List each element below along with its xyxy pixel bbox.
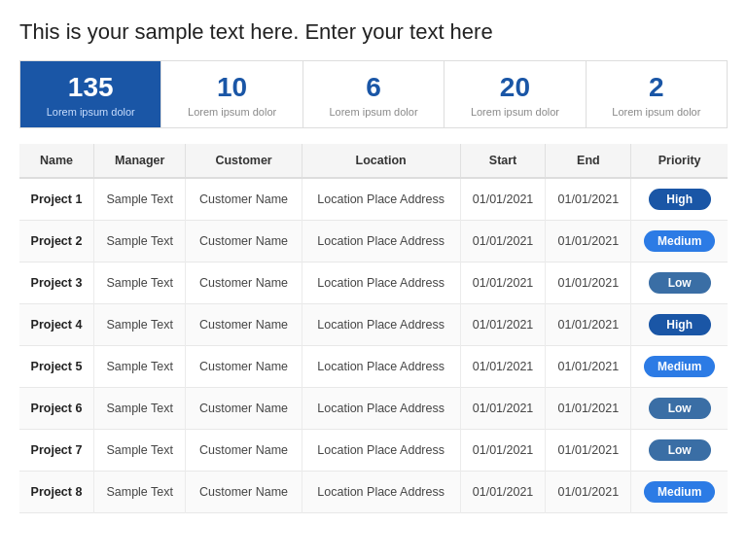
cell-name: Project 1 (19, 178, 94, 221)
cell-name: Project 5 (19, 345, 94, 387)
cell-customer: Customer Name (186, 387, 302, 429)
cell-manager: Sample Text (94, 303, 186, 345)
cell-end: 01/01/2021 (546, 345, 631, 387)
table-row: Project 5Sample TextCustomer NameLocatio… (19, 345, 728, 387)
cell-priority: Low (631, 429, 728, 471)
cell-end: 01/01/2021 (546, 387, 631, 429)
cell-priority: Low (631, 262, 728, 303)
stat-label-1: Lorem ipsum dolor (169, 106, 294, 118)
col-header-customer: Customer (186, 144, 302, 178)
cell-end: 01/01/2021 (546, 220, 631, 262)
table-row: Project 3Sample TextCustomer NameLocatio… (19, 262, 728, 303)
cell-priority: Medium (631, 220, 728, 262)
cell-start: 01/01/2021 (460, 387, 546, 429)
cell-end: 01/01/2021 (546, 429, 631, 471)
priority-badge: Low (649, 439, 711, 461)
table-row: Project 7Sample TextCustomer NameLocatio… (19, 429, 728, 471)
cell-manager: Sample Text (94, 345, 186, 387)
cell-manager: Sample Text (94, 387, 186, 429)
stat-card-2: 6Lorem ipsum dolor (303, 61, 445, 127)
priority-badge: Medium (644, 481, 715, 503)
cell-manager: Sample Text (94, 471, 186, 512)
stat-number-1: 10 (169, 71, 294, 104)
priority-badge: High (649, 314, 711, 335)
stat-number-2: 6 (311, 71, 436, 104)
cell-location: Location Place Address (302, 471, 460, 512)
cell-start: 01/01/2021 (460, 345, 546, 387)
col-header-priority: Priority (631, 144, 728, 178)
stat-card-1: 10Lorem ipsum dolor (161, 61, 302, 127)
cell-customer: Customer Name (186, 303, 302, 345)
cell-start: 01/01/2021 (460, 303, 546, 345)
priority-badge: Low (649, 272, 711, 294)
table-body: Project 1Sample TextCustomer NameLocatio… (19, 178, 728, 513)
cell-end: 01/01/2021 (546, 178, 631, 221)
cell-location: Location Place Address (302, 178, 460, 221)
table-row: Project 1Sample TextCustomer NameLocatio… (19, 178, 728, 221)
stat-card-4: 2Lorem ipsum dolor (587, 61, 727, 127)
col-header-start: Start (460, 144, 546, 178)
stat-card-0: 135Lorem ipsum dolor (20, 61, 161, 127)
cell-location: Location Place Address (302, 220, 460, 262)
cell-location: Location Place Address (302, 429, 460, 471)
cell-customer: Customer Name (186, 429, 302, 471)
col-header-end: End (546, 144, 631, 178)
cell-manager: Sample Text (94, 429, 186, 471)
cell-name: Project 2 (19, 220, 94, 262)
cell-priority: High (631, 303, 728, 345)
col-header-manager: Manager (94, 144, 186, 178)
page-title: This is your sample text here. Enter you… (19, 19, 728, 45)
cell-manager: Sample Text (94, 220, 186, 262)
table-row: Project 8Sample TextCustomer NameLocatio… (19, 471, 728, 512)
priority-badge: Medium (644, 230, 715, 252)
cell-start: 01/01/2021 (460, 262, 546, 303)
priority-badge: Low (649, 398, 711, 419)
cell-name: Project 8 (19, 471, 94, 512)
cell-priority: Medium (631, 345, 728, 387)
cell-priority: High (631, 178, 728, 221)
priority-badge: Medium (644, 356, 715, 377)
cell-start: 01/01/2021 (460, 429, 546, 471)
table-row: Project 6Sample TextCustomer NameLocatio… (19, 387, 728, 429)
cell-location: Location Place Address (302, 387, 460, 429)
cell-customer: Customer Name (186, 345, 302, 387)
cell-location: Location Place Address (302, 303, 460, 345)
stat-number-0: 135 (28, 71, 153, 104)
cell-end: 01/01/2021 (546, 471, 631, 512)
table-row: Project 2Sample TextCustomer NameLocatio… (19, 220, 728, 262)
cell-customer: Customer Name (186, 220, 302, 262)
stat-number-3: 20 (452, 71, 577, 104)
cell-end: 01/01/2021 (546, 262, 631, 303)
cell-name: Project 6 (19, 387, 94, 429)
cell-manager: Sample Text (94, 262, 186, 303)
cell-name: Project 7 (19, 429, 94, 471)
stat-label-0: Lorem ipsum dolor (28, 106, 153, 118)
cell-manager: Sample Text (94, 178, 186, 221)
cell-name: Project 3 (19, 262, 94, 303)
stat-card-3: 20Lorem ipsum dolor (445, 61, 586, 127)
cell-location: Location Place Address (302, 262, 460, 303)
col-header-location: Location (302, 144, 460, 178)
table-header: NameManagerCustomerLocationStartEndPrior… (19, 144, 728, 178)
cell-customer: Customer Name (186, 262, 302, 303)
cell-start: 01/01/2021 (460, 220, 546, 262)
table-header-row: NameManagerCustomerLocationStartEndPrior… (19, 144, 728, 178)
cell-start: 01/01/2021 (460, 471, 546, 512)
cell-customer: Customer Name (186, 471, 302, 512)
cell-name: Project 4 (19, 303, 94, 345)
stat-label-3: Lorem ipsum dolor (452, 106, 577, 118)
stat-label-2: Lorem ipsum dolor (311, 106, 436, 118)
col-header-name: Name (19, 144, 94, 178)
cell-priority: Low (631, 387, 728, 429)
stat-number-4: 2 (594, 71, 719, 104)
cell-customer: Customer Name (186, 178, 302, 221)
cell-start: 01/01/2021 (460, 178, 546, 221)
projects-table: NameManagerCustomerLocationStartEndPrior… (19, 144, 728, 513)
cell-end: 01/01/2021 (546, 303, 631, 345)
cell-priority: Medium (631, 471, 728, 512)
cell-location: Location Place Address (302, 345, 460, 387)
table-row: Project 4Sample TextCustomer NameLocatio… (19, 303, 728, 345)
stat-label-4: Lorem ipsum dolor (594, 106, 719, 118)
stats-row: 135Lorem ipsum dolor10Lorem ipsum dolor6… (19, 60, 728, 128)
priority-badge: High (649, 189, 711, 210)
